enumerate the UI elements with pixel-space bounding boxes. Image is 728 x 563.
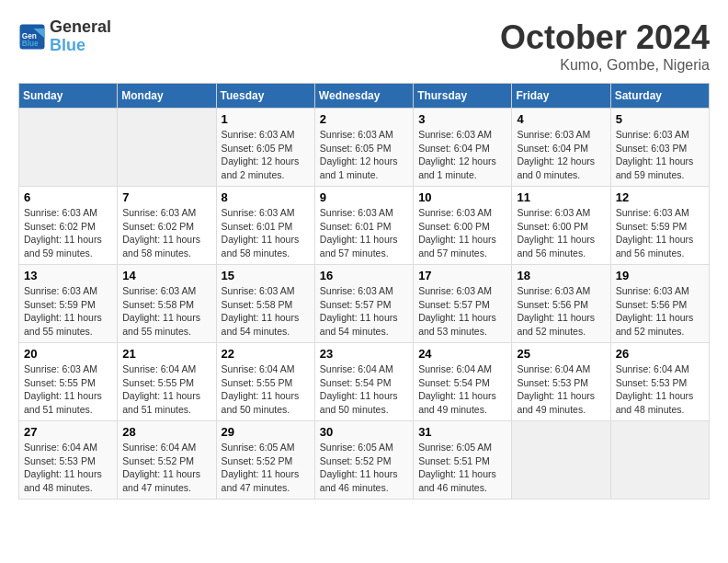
logo-text-line2: Blue <box>50 37 111 55</box>
day-number: 8 <box>222 190 310 204</box>
day-number: 16 <box>320 269 408 282</box>
day-number: 17 <box>418 269 506 282</box>
calendar-body: 1Sunrise: 6:03 AMSunset: 6:05 PMDaylight… <box>19 109 710 500</box>
header-row: SundayMondayTuesdayWednesdayThursdayFrid… <box>19 84 710 109</box>
calendar-cell: 5Sunrise: 6:03 AMSunset: 6:03 PMDaylight… <box>610 109 709 187</box>
header-day-sunday: Sunday <box>19 84 118 109</box>
calendar-week-2: 6Sunrise: 6:03 AMSunset: 6:02 PMDaylight… <box>19 187 710 265</box>
day-info: Sunrise: 6:04 AMSunset: 5:53 PMDaylight:… <box>517 362 605 417</box>
calendar-cell: 1Sunrise: 6:03 AMSunset: 6:05 PMDaylight… <box>216 109 314 187</box>
calendar-week-1: 1Sunrise: 6:03 AMSunset: 6:05 PMDaylight… <box>19 109 710 187</box>
day-info: Sunrise: 6:03 AMSunset: 5:55 PMDaylight:… <box>24 362 112 417</box>
day-info: Sunrise: 6:03 AMSunset: 6:01 PMDaylight:… <box>222 206 310 260</box>
day-number: 31 <box>418 425 506 439</box>
day-number: 24 <box>418 347 506 361</box>
day-info: Sunrise: 6:05 AMSunset: 5:52 PMDaylight:… <box>222 441 310 495</box>
calendar-cell: 17Sunrise: 6:03 AMSunset: 5:57 PMDayligh… <box>414 265 512 343</box>
calendar-cell: 11Sunrise: 6:03 AMSunset: 6:00 PMDayligh… <box>512 187 610 265</box>
calendar-cell: 14Sunrise: 6:03 AMSunset: 5:58 PMDayligh… <box>118 265 216 343</box>
day-number: 2 <box>320 112 408 126</box>
svg-text:Blue: Blue <box>22 40 39 48</box>
day-info: Sunrise: 6:03 AMSunset: 6:02 PMDaylight:… <box>24 206 112 260</box>
day-info: Sunrise: 6:03 AMSunset: 6:04 PMDaylight:… <box>517 128 605 182</box>
calendar-cell: 25Sunrise: 6:04 AMSunset: 5:53 PMDayligh… <box>512 343 610 421</box>
calendar-cell: 2Sunrise: 6:03 AMSunset: 6:05 PMDaylight… <box>314 109 413 187</box>
day-number: 22 <box>222 347 310 361</box>
calendar-cell: 27Sunrise: 6:04 AMSunset: 5:53 PMDayligh… <box>19 421 118 500</box>
day-number: 10 <box>418 190 506 204</box>
day-number: 15 <box>222 269 310 282</box>
day-number: 1 <box>222 112 310 126</box>
day-number: 3 <box>418 112 506 126</box>
day-number: 13 <box>24 269 112 282</box>
day-number: 29 <box>222 425 310 439</box>
calendar-cell <box>118 109 216 187</box>
day-number: 20 <box>24 347 112 361</box>
day-number: 28 <box>122 425 210 439</box>
calendar-week-3: 13Sunrise: 6:03 AMSunset: 5:59 PMDayligh… <box>19 265 710 343</box>
calendar-cell: 16Sunrise: 6:03 AMSunset: 5:57 PMDayligh… <box>314 265 413 343</box>
calendar-table: SundayMondayTuesdayWednesdayThursdayFrid… <box>18 83 710 500</box>
header-day-thursday: Thursday <box>414 84 512 109</box>
calendar-cell: 24Sunrise: 6:04 AMSunset: 5:54 PMDayligh… <box>414 343 512 421</box>
calendar-cell: 3Sunrise: 6:03 AMSunset: 6:04 PMDaylight… <box>414 109 512 187</box>
day-info: Sunrise: 6:03 AMSunset: 5:58 PMDaylight:… <box>222 284 310 339</box>
day-info: Sunrise: 6:04 AMSunset: 5:55 PMDaylight:… <box>122 362 210 417</box>
day-number: 21 <box>122 347 210 361</box>
day-info: Sunrise: 6:03 AMSunset: 5:56 PMDaylight:… <box>517 284 605 339</box>
day-info: Sunrise: 6:05 AMSunset: 5:51 PMDaylight:… <box>418 441 506 495</box>
day-number: 30 <box>320 425 408 439</box>
calendar-cell <box>512 421 610 500</box>
calendar-week-4: 20Sunrise: 6:03 AMSunset: 5:55 PMDayligh… <box>19 343 710 421</box>
calendar-subtitle: Kumo, Gombe, Nigeria <box>500 57 710 74</box>
day-info: Sunrise: 6:03 AMSunset: 5:58 PMDaylight:… <box>122 284 210 339</box>
day-info: Sunrise: 6:03 AMSunset: 5:59 PMDaylight:… <box>616 206 704 260</box>
day-number: 26 <box>616 347 704 361</box>
logo-text-line1: General <box>50 18 111 37</box>
day-number: 25 <box>517 347 605 361</box>
calendar-cell: 26Sunrise: 6:04 AMSunset: 5:53 PMDayligh… <box>610 343 709 421</box>
day-number: 12 <box>616 190 704 204</box>
day-info: Sunrise: 6:04 AMSunset: 5:54 PMDaylight:… <box>320 362 408 417</box>
day-info: Sunrise: 6:03 AMSunset: 5:57 PMDaylight:… <box>418 284 506 339</box>
calendar-cell: 20Sunrise: 6:03 AMSunset: 5:55 PMDayligh… <box>19 343 118 421</box>
day-info: Sunrise: 6:03 AMSunset: 6:05 PMDaylight:… <box>222 128 310 182</box>
calendar-cell: 4Sunrise: 6:03 AMSunset: 6:04 PMDaylight… <box>512 109 610 187</box>
title-block: October 2024 Kumo, Gombe, Nigeria <box>500 18 710 74</box>
day-info: Sunrise: 6:03 AMSunset: 5:56 PMDaylight:… <box>616 284 704 339</box>
calendar-cell: 28Sunrise: 6:04 AMSunset: 5:52 PMDayligh… <box>118 421 216 500</box>
day-info: Sunrise: 6:05 AMSunset: 5:52 PMDaylight:… <box>320 441 408 495</box>
calendar-cell: 22Sunrise: 6:04 AMSunset: 5:55 PMDayligh… <box>216 343 314 421</box>
calendar-cell: 31Sunrise: 6:05 AMSunset: 5:51 PMDayligh… <box>414 421 512 500</box>
day-number: 4 <box>517 112 605 126</box>
day-number: 5 <box>616 112 704 126</box>
day-number: 23 <box>320 347 408 361</box>
day-info: Sunrise: 6:03 AMSunset: 6:01 PMDaylight:… <box>320 206 408 260</box>
calendar-cell <box>19 109 118 187</box>
calendar-header: SundayMondayTuesdayWednesdayThursdayFrid… <box>19 84 710 109</box>
calendar-cell: 7Sunrise: 6:03 AMSunset: 6:02 PMDaylight… <box>118 187 216 265</box>
day-number: 11 <box>517 190 605 204</box>
day-info: Sunrise: 6:04 AMSunset: 5:54 PMDaylight:… <box>418 362 506 417</box>
calendar-cell: 15Sunrise: 6:03 AMSunset: 5:58 PMDayligh… <box>216 265 314 343</box>
calendar-cell: 21Sunrise: 6:04 AMSunset: 5:55 PMDayligh… <box>118 343 216 421</box>
day-number: 9 <box>320 190 408 204</box>
day-info: Sunrise: 6:04 AMSunset: 5:53 PMDaylight:… <box>24 441 112 495</box>
calendar-cell: 10Sunrise: 6:03 AMSunset: 6:00 PMDayligh… <box>414 187 512 265</box>
calendar-cell: 8Sunrise: 6:03 AMSunset: 6:01 PMDaylight… <box>216 187 314 265</box>
calendar-title: October 2024 <box>500 18 710 57</box>
day-info: Sunrise: 6:03 AMSunset: 6:00 PMDaylight:… <box>517 206 605 260</box>
calendar-cell: 12Sunrise: 6:03 AMSunset: 5:59 PMDayligh… <box>610 187 709 265</box>
day-number: 7 <box>122 190 210 204</box>
day-info: Sunrise: 6:03 AMSunset: 6:00 PMDaylight:… <box>418 206 506 260</box>
day-info: Sunrise: 6:03 AMSunset: 5:57 PMDaylight:… <box>320 284 408 339</box>
calendar-cell: 9Sunrise: 6:03 AMSunset: 6:01 PMDaylight… <box>314 187 413 265</box>
header-day-saturday: Saturday <box>610 84 709 109</box>
header-day-friday: Friday <box>512 84 610 109</box>
header-day-tuesday: Tuesday <box>216 84 314 109</box>
day-number: 14 <box>122 269 210 282</box>
day-info: Sunrise: 6:03 AMSunset: 5:59 PMDaylight:… <box>24 284 112 339</box>
calendar-cell: 23Sunrise: 6:04 AMSunset: 5:54 PMDayligh… <box>314 343 413 421</box>
day-info: Sunrise: 6:04 AMSunset: 5:55 PMDaylight:… <box>222 362 310 417</box>
calendar-cell: 19Sunrise: 6:03 AMSunset: 5:56 PMDayligh… <box>610 265 709 343</box>
